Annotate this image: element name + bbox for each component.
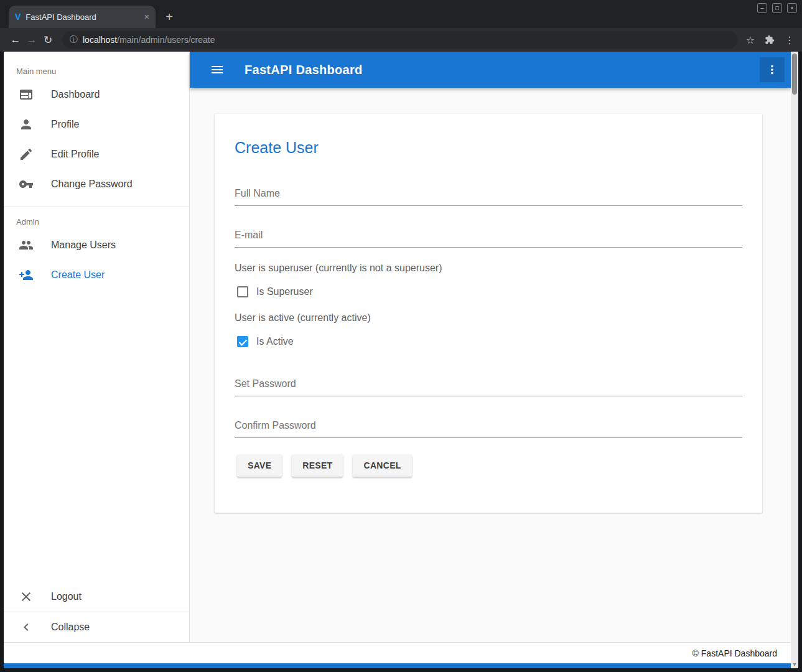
window-close-button[interactable]: × — [787, 3, 797, 13]
save-button[interactable]: SAVE — [237, 454, 282, 477]
page-footer: © FastAPI Dashboard — [4, 642, 791, 663]
page-content: Create User User is superuser (currently… — [190, 88, 791, 642]
form-actions: SAVE RESET CANCEL — [237, 454, 742, 477]
browser-toolbar: ← → ↻ ⓘ localhost/main/admin/users/creat… — [0, 28, 802, 52]
toolbar-right: ☆ ⋮ — [746, 34, 795, 46]
chevron-left-icon — [19, 620, 34, 635]
checkbox-unchecked-icon[interactable] — [237, 286, 248, 297]
kebab-icon — [765, 63, 779, 77]
browser-tab[interactable]: V FastAPI Dashboard × — [9, 6, 156, 28]
create-user-card: Create User User is superuser (currently… — [215, 114, 762, 513]
window-controls: – □ × — [757, 3, 797, 13]
browser-menu-icon[interactable]: ⋮ — [785, 34, 795, 46]
url-path: /main/admin/users/create — [117, 35, 215, 45]
checkbox-label: Is Superuser — [256, 286, 313, 297]
tab-close-icon[interactable]: × — [144, 12, 149, 22]
confirm-password-input[interactable] — [235, 418, 742, 438]
pencil-icon — [19, 147, 34, 162]
main-area: FastAPI Dashboard Create User User is su… — [190, 52, 791, 642]
sidebar-item-change-password[interactable]: Change Password — [4, 169, 189, 199]
vuetify-favicon-icon: V — [15, 12, 21, 22]
appbar-kebab-button[interactable] — [760, 57, 785, 82]
site-info-icon[interactable]: ⓘ — [70, 34, 78, 45]
set-password-input[interactable] — [235, 376, 742, 396]
maximize-button[interactable]: □ — [772, 3, 782, 13]
sidebar-item-logout[interactable]: Logout — [4, 582, 189, 612]
person-add-icon — [19, 268, 34, 282]
scrollbar-thumb[interactable] — [792, 54, 797, 95]
sidebar-item-label: Change Password — [51, 179, 133, 190]
full-name-input[interactable] — [235, 185, 742, 206]
sidebar-item-dashboard[interactable]: Dashboard — [4, 80, 189, 110]
sidebar-item-edit-profile[interactable]: Edit Profile — [4, 139, 189, 169]
sidebar-spacer — [4, 290, 189, 582]
reset-button[interactable]: RESET — [292, 454, 343, 477]
sidebar-item-label: Collapse — [51, 622, 90, 633]
key-icon — [19, 177, 34, 192]
minimize-button[interactable]: – — [757, 3, 767, 13]
sidebar-item-label: Logout — [51, 591, 82, 602]
is-active-checkbox-row[interactable]: Is Active — [237, 336, 742, 347]
person-icon — [19, 117, 34, 132]
url-text: localhost/main/admin/users/create — [83, 35, 215, 45]
sidebar-item-manage-users[interactable]: Manage Users — [4, 230, 189, 260]
forward-icon[interactable]: → — [24, 34, 40, 46]
app-bar: FastAPI Dashboard — [190, 52, 791, 88]
sidebar-item-label: Edit Profile — [51, 149, 99, 160]
new-tab-button[interactable]: + — [161, 7, 178, 26]
hamburger-menu-icon[interactable] — [205, 57, 230, 82]
page-title: Create User — [235, 139, 742, 157]
checkbox-checked-icon[interactable] — [237, 336, 248, 347]
sidebar-caption-main-menu: Main menu — [4, 52, 189, 80]
checkbox-label: Is Active — [256, 336, 294, 347]
browser-window: V FastAPI Dashboard × + – □ × ← → ↻ ⓘ lo… — [0, 0, 802, 672]
sidebar: Main menu Dashboard Profile Edit Profile — [4, 52, 190, 642]
extensions-icon[interactable] — [765, 35, 775, 45]
people-icon — [19, 238, 34, 253]
dashboard-icon — [19, 87, 34, 102]
sidebar-item-profile[interactable]: Profile — [4, 110, 189, 139]
scrollbar-down-arrow[interactable]: ▾ — [793, 661, 796, 668]
browser-tab-strip: V FastAPI Dashboard × + – □ × — [0, 0, 802, 28]
back-icon[interactable]: ← — [7, 34, 24, 46]
sidebar-item-create-user[interactable]: Create User — [4, 260, 189, 290]
close-icon — [19, 589, 34, 604]
page-scrollbar[interactable]: ▾ — [791, 52, 798, 668]
address-bar[interactable]: ⓘ localhost/main/admin/users/create — [62, 31, 737, 49]
tab-title: FastAPI Dashboard — [26, 12, 139, 22]
active-hint: User is active (currently active) — [235, 312, 742, 324]
app: Main menu Dashboard Profile Edit Profile — [4, 52, 791, 668]
refresh-icon[interactable]: ↻ — [40, 34, 56, 47]
sidebar-caption-admin: Admin — [4, 207, 189, 230]
email-input[interactable] — [235, 227, 742, 248]
page-viewport: Main menu Dashboard Profile Edit Profile — [0, 52, 802, 672]
sidebar-item-label: Manage Users — [51, 240, 116, 251]
superuser-hint: User is superuser (currently is not a su… — [235, 263, 742, 274]
cancel-button[interactable]: CANCEL — [353, 454, 411, 477]
sidebar-item-label: Profile — [51, 119, 79, 130]
copyright-text: © FastAPI Dashboard — [692, 648, 777, 658]
bookmark-star-icon[interactable]: ☆ — [746, 34, 755, 46]
is-superuser-checkbox-row[interactable]: Is Superuser — [237, 286, 742, 297]
sidebar-item-label: Dashboard — [51, 89, 100, 100]
sidebar-item-collapse[interactable]: Collapse — [4, 612, 189, 642]
footer-accent-bar — [4, 663, 791, 668]
sidebar-item-label: Create User — [51, 269, 105, 281]
app-title: FastAPI Dashboard — [245, 63, 363, 77]
url-host: localhost — [83, 35, 117, 45]
